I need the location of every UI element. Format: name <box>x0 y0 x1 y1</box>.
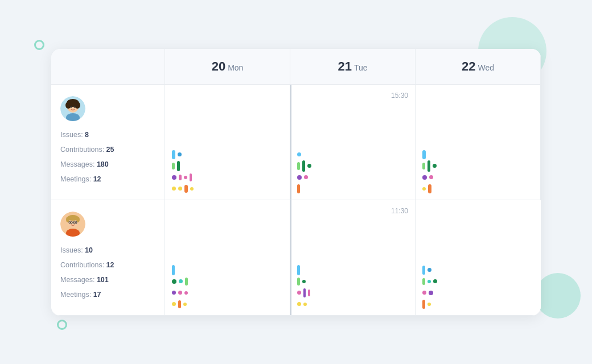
activity-marker <box>179 175 182 180</box>
activity-marker <box>172 265 175 275</box>
activity-marker <box>302 280 306 283</box>
calendar-grid: 20Mon21Tue22Wed Issues: 8Contributions: … <box>51 49 541 316</box>
activity-marker <box>178 291 182 295</box>
activity-marker <box>172 187 176 191</box>
avatar <box>60 96 85 121</box>
svg-point-5 <box>75 102 80 109</box>
activity-marker <box>178 187 182 191</box>
activity-marker <box>422 266 425 275</box>
activity-marker <box>427 280 431 283</box>
activity-marker <box>422 175 427 180</box>
activity-marker <box>297 302 301 306</box>
activity-row <box>295 278 410 286</box>
activity-row <box>420 300 536 308</box>
header-day-1: 21Tue <box>290 49 416 85</box>
activity-marker <box>297 265 300 275</box>
day-cell-p0-d0 <box>165 85 290 200</box>
activity-marker <box>179 279 183 283</box>
activity-marker <box>433 279 437 283</box>
activity-row <box>420 173 536 181</box>
stat-item: Meetings: 12 <box>60 173 155 185</box>
bg-decoration-3 <box>34 40 44 50</box>
activity-marker <box>429 291 433 295</box>
person-info-0: Issues: 8Contributions: 25Messages: 180M… <box>51 85 165 200</box>
time-label: 15:30 <box>391 92 408 100</box>
activity-row <box>170 162 285 170</box>
activity-marker <box>185 278 188 286</box>
time-line <box>290 200 291 315</box>
activity-marker <box>183 303 187 306</box>
header-empty-cell <box>51 49 165 85</box>
activity-marker <box>178 300 181 308</box>
avatar <box>60 212 85 237</box>
svg-point-6 <box>71 106 72 107</box>
activity-marker <box>190 187 194 191</box>
activity-marker <box>427 303 431 306</box>
activity-marker <box>297 175 302 180</box>
activity-row <box>170 278 285 286</box>
activity-marker <box>172 291 176 295</box>
day-cell-p0-d1: 15:30 <box>290 85 416 200</box>
header-day-2: 22Wed <box>416 49 541 85</box>
activity-marker <box>428 184 431 193</box>
activity-marker <box>304 175 308 179</box>
stat-item: Issues: 10 <box>60 245 155 256</box>
activity-row <box>420 151 536 159</box>
activity-row <box>170 300 285 308</box>
activity-marker <box>308 289 310 296</box>
stat-item: Messages: 180 <box>60 159 155 170</box>
activity-row <box>420 289 536 297</box>
activity-marker <box>172 302 176 306</box>
time-line <box>290 85 291 200</box>
day-number: 22 <box>462 59 475 73</box>
activity-marker <box>297 278 300 286</box>
activity-marker <box>297 184 300 193</box>
activity-marker <box>422 278 425 285</box>
activity-row <box>295 289 410 297</box>
activity-marker <box>172 175 176 180</box>
activity-row <box>295 185 410 193</box>
day-number: 21 <box>338 59 351 73</box>
day-name: Wed <box>478 63 494 72</box>
svg-point-17 <box>70 222 71 223</box>
activity-marker <box>422 187 426 191</box>
activity-marker <box>177 161 180 171</box>
activity-row <box>295 151 410 159</box>
activity-marker <box>178 152 182 156</box>
activity-marker <box>190 173 192 181</box>
activity-row <box>170 185 285 193</box>
activity-row <box>295 300 410 308</box>
activity-row <box>420 162 536 170</box>
person-info-1: Issues: 10Contributions: 12Messages: 101… <box>51 200 165 316</box>
activity-marker <box>172 150 175 159</box>
activity-row <box>170 173 285 181</box>
stat-item: Contributions: 25 <box>60 144 155 155</box>
activity-row <box>170 266 285 274</box>
day-name: Tue <box>354 63 368 72</box>
activity-marker <box>433 164 437 168</box>
activity-marker <box>184 176 187 179</box>
svg-point-18 <box>75 222 76 223</box>
activity-marker <box>422 163 425 169</box>
day-cell-p1-d2 <box>416 200 541 316</box>
time-label: 11:30 <box>391 207 408 215</box>
activity-row <box>170 151 285 159</box>
activity-row <box>420 266 536 274</box>
activity-marker <box>184 185 188 193</box>
day-name: Mon <box>228 63 243 72</box>
activity-marker <box>172 163 175 169</box>
activity-row <box>295 162 410 170</box>
bg-decoration-4 <box>57 320 67 330</box>
calendar-card: 20Mon21Tue22Wed Issues: 8Contributions: … <box>51 49 541 316</box>
day-cell-p0-d2 <box>416 85 541 200</box>
bg-decoration-2 <box>535 273 581 318</box>
activity-marker <box>422 300 425 309</box>
activity-marker <box>422 291 426 295</box>
activity-marker <box>303 303 307 306</box>
activity-marker <box>307 164 311 168</box>
day-number: 20 <box>212 59 225 73</box>
activity-row <box>170 289 285 297</box>
stat-item: Meetings: 17 <box>60 289 155 300</box>
stat-item: Contributions: 12 <box>60 259 155 271</box>
activity-marker <box>302 160 305 172</box>
